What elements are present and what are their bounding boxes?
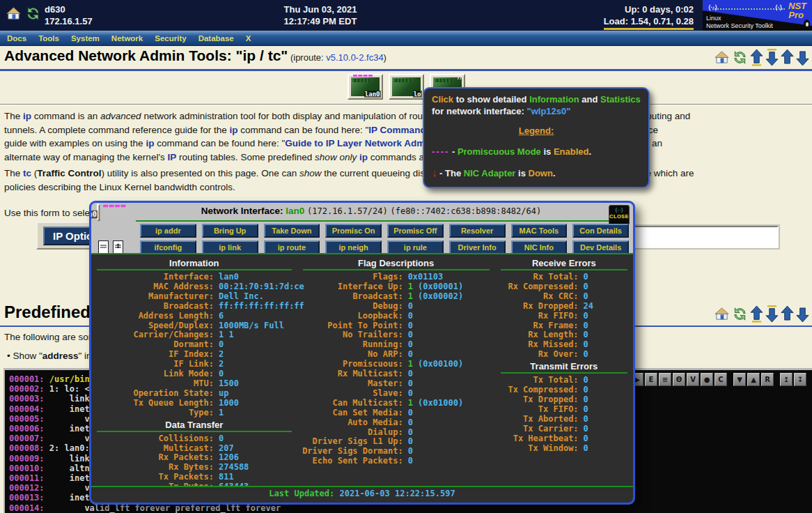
stat-value: 0 [584,330,588,340]
stat-label: Rx Compressed: [495,282,579,292]
dialog-footer: Last Updated: 2021-06-03 12:22:15.597 [91,486,633,503]
resolver-button[interactable]: Resolver [449,224,506,238]
stat-row: Operation State:up [91,389,297,399]
promisc-on-button[interactable]: Promisc On [325,224,382,238]
stat-value: 0 [408,457,413,466]
ip-link-button[interactable]: ip link [202,240,258,254]
lines-button[interactable]: ≡ [659,373,671,386]
inline-link[interactable]: IP [167,152,176,162]
stat-label: Manufacturer: [91,292,214,302]
reload-button[interactable]: R [761,373,774,386]
page-bottom-icon[interactable] [765,49,779,69]
text-segment: command is an [31,111,100,121]
nic-info-button[interactable]: NIC Info [511,240,568,254]
inline-link[interactable]: ip [229,125,237,135]
stat-label: Running: [297,340,403,350]
dev-details-button[interactable]: Dev Details [572,240,629,254]
menu-item-network[interactable]: Network [111,34,143,43]
bomb-button[interactable]: ● [701,373,713,386]
scroll-up-icon[interactable] [781,49,794,69]
refresh-icon[interactable] [732,306,748,325]
nic-icon-lo[interactable]: lo [389,74,424,100]
con-details-button[interactable]: Con Details [572,224,629,238]
stat-label: Tx Packets: [91,473,214,482]
refresh-icon[interactable] [25,6,41,24]
home-icon[interactable] [714,49,730,68]
jump-top-button[interactable]: ↥ [780,373,793,386]
stat-value: 0 [584,405,588,415]
ip-neigh-button[interactable]: ip neigh [325,240,382,254]
take-down-button[interactable]: Take Down [264,224,320,238]
stop-button[interactable]: Θ [673,373,685,386]
mac-tools-button[interactable]: MAC Tools [511,224,568,238]
close-button[interactable]: ⟨··⟩ CLOSE [609,205,630,225]
stat-row: Tx Dropped:0 [495,395,633,405]
stat-value: 1 1 [219,330,234,340]
clear-button[interactable]: C [715,373,727,386]
stat-row: Rx Over:0 [495,350,633,360]
menu-item-x[interactable]: X [246,34,251,43]
tooltip-legend-label: Legend: [432,125,641,137]
stat-label: Auto Media: [297,418,403,428]
text-segment: ↓ [432,167,437,178]
stat-label: Link Mode: [91,369,214,379]
nic-icon-lan0[interactable]: lan0 [348,74,383,100]
ip-addr-button[interactable]: ip addr [140,224,196,238]
nic-icon-lan0[interactable]: lan0 [97,204,100,221]
page-bottom-icon[interactable] [765,305,779,326]
inline-link[interactable]: tc [23,168,31,178]
ip-route-button[interactable]: ip route [264,240,320,254]
text-segment: The [4,168,23,178]
expand-button[interactable]: E [645,373,657,386]
stat-row: Rx Frame:0 [495,321,633,331]
errors-column: Receive Errors Rx Total:0Rx Compressed:0… [495,256,633,487]
scroll-down-icon[interactable] [796,305,809,326]
page-top-icon[interactable] [750,49,763,69]
stat-label: Echo Sent Packets: [297,457,403,466]
view-button[interactable]: V [687,373,699,386]
copy-output-icon[interactable] [98,240,109,254]
inline-link[interactable]: ip [23,111,31,121]
scroll-down-button[interactable]: ▼ [733,373,746,386]
stat-value: 1 [219,408,224,418]
text-segment: to show detailed [453,94,529,105]
stat-row: Multicast:207 [91,444,297,454]
inline-link[interactable]: ip [146,138,154,148]
scroll-up-button[interactable]: ▲ [747,373,760,386]
data-transfer-underline [97,431,292,432]
stat-label: Master: [297,379,403,389]
stat-row: Carrier/Changes:1 1 [91,330,297,340]
stat-label: Interface: [91,273,214,282]
stat-value: 0 [408,369,413,379]
iproute-version-link[interactable]: v5.10.0-2.fc34 [326,52,383,63]
ip-rule-button[interactable]: ip rule [387,240,444,254]
home-icon[interactable] [714,306,730,325]
nst-logo[interactable]: ⟨··⟩ ⟨·⟩ NST Pro Linux Network Security … [703,0,812,31]
console-toolbar: ▶E≡ΘV●C▼▲R↥↧▫ [631,373,812,386]
menu-item-system[interactable]: System [71,34,100,43]
stat-label: Rx Dropped: [495,302,579,312]
tooltip-promisc-row: ---- - Promiscuous Mode is Enabled. [432,146,641,158]
home-icon[interactable] [6,6,22,24]
inline-link[interactable]: ip [359,152,368,162]
scroll-down-icon[interactable] [796,49,809,69]
jump-bottom-button[interactable]: ↧ [794,373,806,386]
driver-info-button[interactable]: Driver Info [449,240,506,254]
stat-label: Type: [91,408,214,418]
ifconfig-button[interactable]: ifconfig [140,240,196,254]
scroll-up-icon[interactable] [781,305,794,326]
stat-label: Point To Point: [297,321,403,331]
stat-value: up [219,389,228,399]
paste-output-icon[interactable] [113,240,123,254]
stat-label: Rx Bytes: [91,463,214,473]
stat-value: 0 [408,379,413,389]
menu-item-tools[interactable]: Tools [38,34,59,43]
menu-item-database[interactable]: Database [198,34,234,43]
page-top-icon[interactable] [750,305,763,326]
refresh-icon[interactable] [732,49,748,68]
stat-value: ff:ff:ff:ff:ff:ff [219,302,304,312]
promisc-off-button[interactable]: Promisc Off [387,224,444,238]
menu-item-docs[interactable]: Docs [7,34,26,43]
bring-up-button[interactable]: Bring Up [202,224,258,238]
menu-item-security[interactable]: Security [155,34,186,43]
